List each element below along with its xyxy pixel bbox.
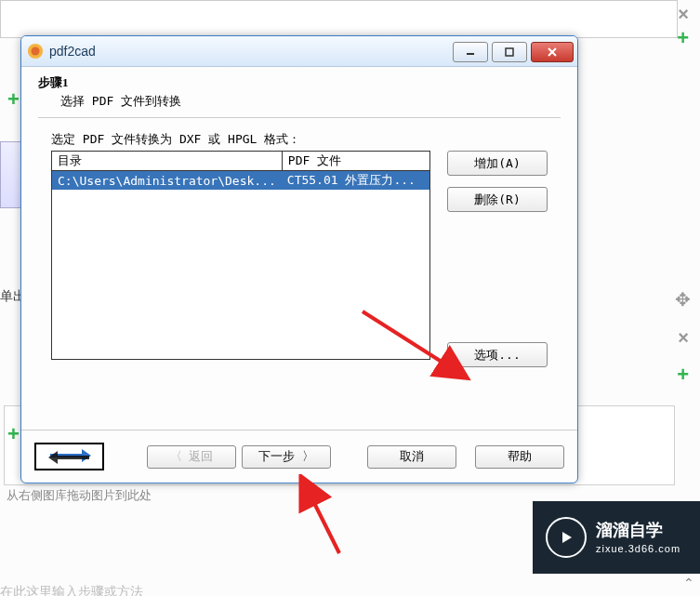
maximize-icon xyxy=(505,47,514,57)
plus-icon[interactable]: + xyxy=(677,26,689,50)
move-icon[interactable]: ✥ xyxy=(675,288,691,311)
add-button[interactable]: 增加(A) xyxy=(447,151,548,176)
pdf2cad-dialog: pdf2cad 步骤1 选择 PDF 文件到转换 选定 PDF 文件转换为 DX… xyxy=(20,35,578,483)
close-icon[interactable]: × xyxy=(678,327,689,349)
close-icon[interactable]: × xyxy=(678,4,689,25)
remove-button[interactable]: 删除(R) xyxy=(447,187,548,212)
plus-icon[interactable]: + xyxy=(677,363,689,387)
table-header-row: 目录 PDF 文件 xyxy=(52,152,429,171)
play-icon xyxy=(546,517,587,558)
watermark-cn: 溜溜自学 xyxy=(596,520,680,541)
watermark-en: zixue.3d66.com xyxy=(596,542,680,555)
window-title: pdf2cad xyxy=(49,44,453,59)
button-bar: 〈 返回 下一步 〉 取消 帮助 xyxy=(21,430,577,483)
scroll-top-icon[interactable]: ⌃ xyxy=(680,576,698,594)
instruction-text: 选定 PDF 文件转换为 DXF 或 HPGL 格式： xyxy=(51,131,561,148)
titlebar[interactable]: pdf2cad xyxy=(21,36,577,67)
step-title: 步骤1 xyxy=(38,74,561,91)
minimize-button[interactable] xyxy=(453,42,488,62)
vendor-logo xyxy=(34,443,104,470)
plus-icon[interactable]: + xyxy=(7,87,20,112)
close-icon xyxy=(547,46,558,58)
app-icon xyxy=(27,43,44,60)
table-row[interactable]: C:\Users\Administrator\Desk... CT55.01 外… xyxy=(52,171,429,190)
cell-directory: C:\Users\Administrator\Desk... xyxy=(52,171,282,190)
next-button[interactable]: 下一步 〉 xyxy=(242,445,331,469)
help-button[interactable]: 帮助 xyxy=(475,445,564,469)
back-button: 〈 返回 xyxy=(147,445,236,469)
col-directory: 目录 xyxy=(52,152,282,171)
watermark-logo: 溜溜自学 zixue.3d66.com xyxy=(533,501,700,574)
divider xyxy=(38,117,561,118)
dialog-body: 步骤1 选择 PDF 文件到转换 选定 PDF 文件转换为 DXF 或 HPGL… xyxy=(21,67,577,367)
plus-icon[interactable]: + xyxy=(7,422,20,446)
bottom-hint: 在此这里输入步骤或方法 xyxy=(0,584,143,596)
side-button-column: 增加(A) 删除(R) 选项... xyxy=(447,151,548,367)
maximize-button[interactable] xyxy=(492,42,527,62)
options-button[interactable]: 选项... xyxy=(447,342,548,367)
svg-point-1 xyxy=(32,47,40,56)
cancel-button[interactable]: 取消 xyxy=(367,445,456,469)
top-card xyxy=(0,0,678,38)
table-empty-area xyxy=(52,190,429,359)
cell-file: CT55.01 外置压力... xyxy=(282,171,429,190)
close-button[interactable] xyxy=(531,42,574,62)
step-description: 选择 PDF 文件到转换 xyxy=(60,93,561,110)
col-pdf-file: PDF 文件 xyxy=(282,152,429,171)
svg-rect-3 xyxy=(506,48,513,56)
dropzone-hint: 从右侧图库拖动图片到此处 xyxy=(7,487,152,504)
swap-arrows-icon xyxy=(46,447,93,466)
file-list-table[interactable]: 目录 PDF 文件 C:\Users\Administrator\Desk...… xyxy=(51,151,430,360)
minimize-icon xyxy=(466,47,475,57)
